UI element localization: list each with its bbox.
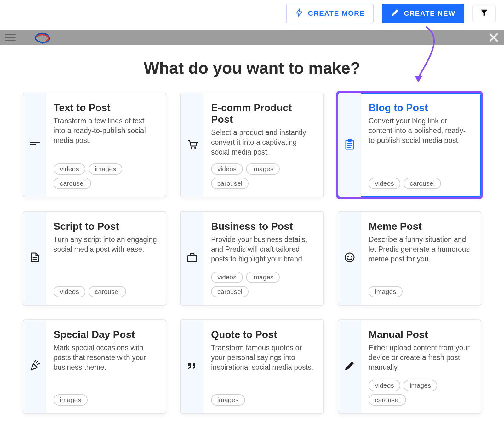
bolt-icon — [295, 8, 304, 19]
card-title: Script to Post — [54, 221, 157, 232]
tag-images: images — [404, 380, 438, 391]
create-more-button[interactable]: CREATE MORE — [286, 4, 374, 23]
card-icon-stripe — [23, 93, 46, 197]
tag-images: images — [54, 394, 88, 406]
card-body: Script to PostTurn any script into an en… — [46, 212, 166, 305]
card-icon-stripe — [181, 320, 203, 413]
card-body: Text to PostTransform a few lines of tex… — [46, 93, 166, 197]
tag-videos: videos — [54, 163, 85, 175]
card-title: Quote to Post — [211, 329, 314, 340]
page-title: What do you want to make? — [0, 59, 504, 77]
card-body: E-comm Product PostSelect a product and … — [203, 93, 323, 197]
quote-icon — [186, 359, 198, 374]
briefcase-icon — [186, 251, 198, 266]
celebration-icon — [28, 359, 41, 374]
card-description: Turn any script into an engaging social … — [54, 235, 157, 254]
card-script-to-post[interactable]: Script to PostTurn any script into an en… — [23, 211, 166, 306]
card-icon-stripe — [338, 320, 361, 413]
smiley-icon — [343, 251, 356, 266]
tag-carousel: carousel — [89, 286, 126, 297]
clipboard-icon — [343, 138, 356, 152]
tag-carousel: carousel — [211, 178, 249, 189]
card-description: Transform a few lines of text into a rea… — [54, 116, 157, 145]
cart-icon — [186, 138, 198, 152]
app-logo — [33, 31, 52, 44]
card-title: E-comm Product Post — [211, 102, 314, 125]
card-text-to-post[interactable]: Text to PostTransform a few lines of tex… — [23, 93, 166, 197]
card-tags: images — [54, 388, 157, 406]
tag-carousel: carousel — [211, 286, 249, 297]
card-special-day-post[interactable]: Special Day PostMark special occasions w… — [23, 319, 166, 414]
tag-carousel: carousel — [404, 178, 441, 189]
tag-videos: videos — [211, 163, 243, 175]
pencil-icon — [391, 8, 399, 19]
card-tags: videosimagescarousel — [211, 265, 314, 297]
card-body: Business to PostProvide your business de… — [203, 212, 323, 305]
card-tags: videosimagescarousel — [369, 374, 472, 406]
card-description: Select a product and instantly convert i… — [211, 128, 314, 157]
card-title: Manual Post — [369, 329, 472, 340]
card-title: Meme Post — [369, 221, 472, 232]
card-e-comm-product-post[interactable]: E-comm Product PostSelect a product and … — [180, 93, 324, 197]
card-body: Quote to PostTransform famous quotes or … — [203, 320, 323, 413]
card-tags: images — [211, 388, 314, 406]
card-description: Describe a funny situation and let Predi… — [369, 235, 472, 264]
card-icon-stripe — [23, 320, 46, 413]
card-description: Mark special occasions with posts that r… — [54, 343, 157, 372]
card-title: Blog to Post — [369, 102, 472, 114]
card-title: Business to Post — [211, 221, 314, 232]
card-tags: videoscarousel — [54, 280, 157, 297]
tag-videos: videos — [211, 272, 243, 283]
close-icon[interactable] — [488, 32, 499, 43]
card-tags: videosimagescarousel — [54, 157, 157, 189]
tag-images: images — [89, 163, 123, 175]
card-title: Text to Post — [54, 102, 157, 114]
document-icon — [28, 251, 41, 266]
tag-videos: videos — [54, 286, 85, 297]
card-body: Special Day PostMark special occasions w… — [46, 320, 166, 413]
card-blog-to-post[interactable]: Blog to PostConvert your blog link or co… — [338, 93, 481, 197]
tag-images: images — [369, 286, 403, 297]
card-body: Blog to PostConvert your blog link or co… — [361, 93, 481, 197]
card-icon-stripe — [338, 212, 361, 305]
tag-images: images — [246, 272, 280, 283]
tag-images: images — [211, 394, 245, 406]
modal-header-strip — [0, 30, 504, 45]
card-icon-stripe — [181, 212, 203, 305]
card-manual-post[interactable]: Manual PostEither upload content from yo… — [338, 319, 481, 414]
card-body: Meme PostDescribe a funny situation and … — [361, 212, 481, 305]
card-quote-to-post[interactable]: Quote to PostTransform famous quotes or … — [180, 319, 324, 414]
card-tags: videoscarousel — [369, 171, 472, 189]
card-description: Provide your business details, and Predi… — [211, 235, 314, 264]
filter-button[interactable] — [472, 5, 496, 22]
tag-images: images — [246, 163, 280, 175]
funnel-icon — [480, 8, 489, 19]
create-new-button[interactable]: CREATE NEW — [382, 4, 464, 23]
top-action-bar: CREATE MORE CREATE NEW — [0, 0, 504, 30]
menu-icon[interactable] — [5, 34, 16, 41]
card-tags: images — [369, 280, 472, 297]
card-meme-post[interactable]: Meme PostDescribe a funny situation and … — [338, 211, 481, 306]
card-business-to-post[interactable]: Business to PostProvide your business de… — [180, 211, 324, 306]
create-more-label: CREATE MORE — [308, 9, 365, 18]
card-tags: videosimagescarousel — [211, 157, 314, 189]
brush-icon — [343, 359, 356, 374]
create-new-label: CREATE NEW — [404, 9, 455, 18]
tag-videos: videos — [369, 178, 400, 189]
card-description: Either upload content from your device o… — [369, 343, 472, 372]
card-description: Transform famous quotes or your personal… — [211, 343, 314, 372]
short-text-icon — [28, 138, 41, 152]
card-title: Special Day Post — [54, 329, 157, 340]
card-icon-stripe — [338, 93, 361, 197]
card-description: Convert your blog link or content into a… — [369, 116, 472, 145]
cards-grid: Text to PostTransform a few lines of tex… — [0, 93, 504, 433]
card-icon-stripe — [181, 93, 203, 197]
card-icon-stripe — [23, 212, 46, 305]
card-body: Manual PostEither upload content from yo… — [361, 320, 481, 413]
tag-videos: videos — [369, 380, 400, 391]
tag-carousel: carousel — [369, 394, 406, 406]
tag-carousel: carousel — [54, 178, 91, 189]
